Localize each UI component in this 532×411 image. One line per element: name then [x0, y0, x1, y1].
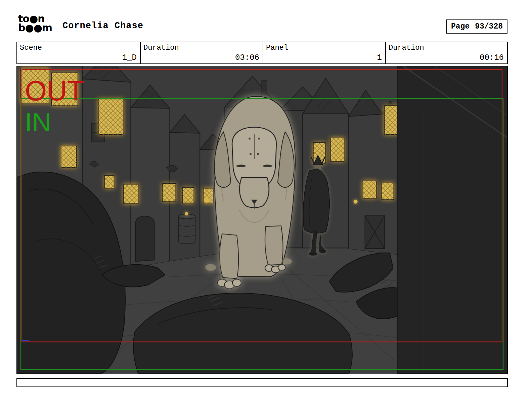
cloak — [303, 169, 330, 233]
glowing-window — [124, 184, 138, 204]
page-number: 93/328 — [475, 22, 503, 31]
scene-duration-value: 03:06 — [235, 53, 259, 62]
info-cell-scene: Scene 1_D — [16, 42, 141, 64]
glowing-window — [382, 183, 394, 200]
arched-door — [136, 216, 154, 262]
panel-info-table: Scene 1_D Duration 03:06 Panel 1 Duratio… — [16, 42, 508, 64]
dog-left-leg — [220, 234, 238, 279]
window-lattice — [363, 181, 376, 198]
glowing-window — [162, 184, 176, 202]
window-lattice — [98, 99, 123, 135]
forehead-dot — [258, 138, 260, 140]
storyboard-panel: IN OUT — [16, 66, 508, 374]
scene-label: Scene — [20, 44, 42, 52]
lantern-glow — [204, 198, 209, 203]
glowing-window — [105, 176, 114, 188]
window-lattice — [162, 184, 176, 202]
glowing-window — [182, 188, 194, 203]
storyboard-page: to●n b●●m Cornelia Chase Page 93/328 Sce… — [0, 0, 532, 411]
info-cell-scene-duration: Duration 03:06 — [140, 42, 263, 64]
forehead-dot — [257, 153, 259, 155]
scene-duration-label: Duration — [143, 44, 179, 52]
glowing-window — [61, 146, 77, 168]
storyboard-panel-art: IN OUT — [17, 66, 507, 374]
camera-out-label: OUT — [25, 75, 84, 106]
lantern-glow — [354, 200, 358, 204]
forehead-dot — [250, 153, 252, 155]
project-title: Cornelia Chase — [62, 21, 143, 31]
dog-back-paw — [205, 264, 216, 271]
logo-line2: b●●m — [18, 23, 52, 32]
scene-value: 1_D — [122, 53, 137, 62]
dog-toe — [278, 264, 285, 270]
dog-back-paw — [282, 258, 292, 264]
info-cell-panel-duration: Duration 00:16 — [385, 42, 508, 64]
page-label: Page — [451, 22, 470, 31]
candle-glow — [185, 212, 188, 216]
window-lattice — [105, 176, 114, 188]
toonboom-logo-icon: to●n b●●m — [18, 14, 52, 32]
window-lattice — [61, 146, 77, 168]
camera-in-label: IN — [25, 107, 51, 137]
panel-label: Panel — [266, 44, 288, 52]
page-indicator: Page 93/328 — [446, 19, 507, 34]
caption-bar — [16, 378, 508, 387]
panel-duration-label: Duration — [389, 44, 424, 52]
forehead-dot — [249, 138, 251, 140]
window-lattice — [124, 184, 138, 204]
boot — [309, 252, 317, 256]
glowing-window — [331, 138, 344, 162]
boot — [319, 249, 326, 253]
chimney — [262, 80, 267, 95]
panel-value: 1 — [377, 53, 382, 62]
window-lattice — [331, 138, 344, 162]
window-lattice — [182, 188, 194, 203]
info-cell-panel: Panel 1 — [263, 42, 386, 64]
glowing-window — [363, 181, 376, 198]
barrel — [178, 216, 195, 243]
dog-right-leg — [265, 226, 283, 265]
dog-toe — [232, 279, 241, 286]
glowing-window — [98, 99, 123, 135]
right-near-wall — [397, 66, 507, 374]
window-lattice — [382, 183, 394, 200]
wall — [397, 66, 507, 374]
panel-duration-value: 00:16 — [480, 53, 504, 62]
